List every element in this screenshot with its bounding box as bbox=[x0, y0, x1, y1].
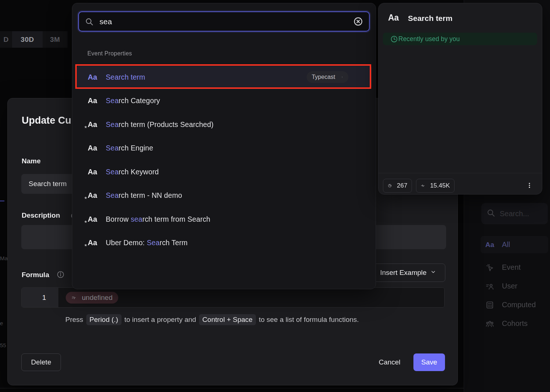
property-list: AaSearch termTypecastAaSearch CategoryAa… bbox=[77, 65, 372, 255]
pie-icon bbox=[388, 182, 394, 189]
clear-icon[interactable] bbox=[353, 17, 363, 26]
property-search-field[interactable] bbox=[78, 11, 370, 32]
clock-icon bbox=[387, 35, 394, 43]
chevron-right-icon bbox=[338, 75, 343, 80]
property-row-label: Borrow search term from Search bbox=[106, 215, 210, 224]
pulse-icon bbox=[421, 182, 427, 189]
search-icon bbox=[486, 208, 495, 219]
time-range-tabs: D30D3M bbox=[0, 31, 68, 48]
axis-label-fragment: e bbox=[0, 320, 3, 326]
custom-property-asterisk: * bbox=[84, 125, 87, 132]
property-row[interactable]: AaSearch Engine bbox=[77, 137, 372, 160]
recently-used-label: Recently used by you bbox=[398, 35, 460, 43]
property-row[interactable]: Aa*Search term (Products Searched) bbox=[77, 113, 372, 137]
formula-label: Formula bbox=[22, 271, 49, 279]
hint-text: to see a list of formula functions. bbox=[259, 316, 359, 324]
custom-text-property-icon: Aa* bbox=[88, 191, 99, 200]
custom-property-asterisk: * bbox=[84, 243, 87, 250]
divider bbox=[379, 173, 542, 173]
axis-label-fragment: 55 bbox=[0, 342, 6, 348]
undefined-token-label: undefined bbox=[82, 294, 112, 302]
property-search-input[interactable] bbox=[99, 17, 353, 26]
property-row[interactable]: Aa*Borrow search term from Search bbox=[77, 207, 372, 231]
property-row[interactable]: AaSearch Keyword bbox=[77, 160, 372, 184]
name-label: Name bbox=[22, 157, 41, 165]
typecast-label: Typecast bbox=[312, 74, 335, 80]
time-range-tab-30d[interactable]: 30D bbox=[12, 31, 43, 48]
formula-line-number: 1 bbox=[42, 294, 46, 302]
sidebar-item-label: Event bbox=[502, 263, 521, 272]
hint-text: to insert a property and bbox=[124, 316, 196, 324]
sidebar-item-label: User bbox=[502, 282, 517, 290]
hint-text: Press bbox=[65, 316, 83, 324]
info-icon[interactable] bbox=[57, 271, 65, 279]
property-detail-title: Search term bbox=[408, 14, 452, 23]
stat-pill[interactable]: 267 bbox=[383, 179, 412, 193]
property-row[interactable]: AaSearch termTypecast bbox=[77, 65, 372, 89]
stat-value: 15.45K bbox=[430, 182, 450, 189]
property-token-icon bbox=[72, 294, 79, 301]
sidebar-item-user[interactable]: User bbox=[481, 277, 548, 295]
property-stats: 26715.45K bbox=[383, 179, 459, 193]
sidebar-item-cohorts[interactable]: Cohorts bbox=[481, 315, 548, 332]
property-row-label: Search term bbox=[106, 73, 145, 81]
user-icon bbox=[485, 282, 495, 291]
sidebar-item-all[interactable]: AaAll bbox=[481, 236, 548, 253]
kebab-menu-icon[interactable] bbox=[525, 179, 534, 192]
app-root: D30D3M Maye55 AaAllEventUserComputedCoho… bbox=[0, 0, 550, 392]
computed-icon bbox=[485, 300, 495, 310]
property-detail-panel: Aa Search term Recently used by you 2671… bbox=[378, 3, 542, 195]
text-property-icon: Aa bbox=[88, 73, 99, 81]
sidebar-search-input[interactable] bbox=[499, 209, 541, 218]
typecast-button[interactable]: Typecast bbox=[307, 71, 348, 83]
delete-button[interactable]: Delete bbox=[21, 353, 61, 371]
property-type-icon: Aa bbox=[388, 13, 399, 23]
formula-hint: Press Period (.) to insert a property an… bbox=[65, 314, 359, 325]
insert-example-label: Insert Example bbox=[380, 269, 427, 277]
sidebar-item-label: Cohorts bbox=[502, 319, 528, 328]
text-property-icon: Aa bbox=[88, 97, 99, 105]
chart-line-fragment bbox=[0, 200, 4, 202]
property-row[interactable]: Aa*Search term - NN demo bbox=[77, 184, 372, 208]
section-header: Event Properties bbox=[87, 50, 132, 57]
save-button[interactable]: Save bbox=[413, 353, 445, 371]
control-space-key-chip: Control + Space bbox=[199, 314, 256, 325]
search-icon bbox=[85, 17, 94, 26]
custom-text-property-icon: Aa* bbox=[88, 215, 99, 224]
custom-text-property-icon: Aa* bbox=[88, 239, 99, 247]
custom-text-property-icon: Aa* bbox=[88, 120, 99, 129]
property-row[interactable]: Aa*Uber Demo: Search Term bbox=[77, 231, 372, 255]
property-row-label: Uber Demo: Search Term bbox=[106, 239, 188, 247]
time-range-tab-d[interactable]: D bbox=[0, 31, 12, 48]
cohorts-icon bbox=[485, 319, 495, 329]
property-row-label: Search term (Products Searched) bbox=[106, 120, 214, 129]
cancel-button[interactable]: Cancel bbox=[373, 353, 406, 371]
property-row-label: Search Engine bbox=[106, 144, 153, 152]
custom-property-asterisk: * bbox=[84, 196, 87, 203]
period-key-chip: Period (.) bbox=[86, 314, 122, 325]
text-property-icon: Aa bbox=[88, 168, 99, 176]
chevron-down-icon bbox=[427, 269, 436, 277]
property-search-dropdown: Event Properties AaSearch termTypecastAa… bbox=[72, 3, 376, 289]
event-icon bbox=[485, 263, 495, 272]
warning-icon bbox=[29, 294, 37, 302]
undefined-token-chip[interactable]: undefined bbox=[66, 292, 118, 304]
time-range-tab-3m[interactable]: 3M bbox=[43, 31, 68, 48]
background-panel-edge bbox=[0, 388, 470, 392]
modal-title: Update Cu bbox=[22, 115, 71, 126]
text-property-icon: Aa bbox=[88, 144, 99, 152]
formula-editor[interactable]: 1 undefined bbox=[21, 287, 445, 308]
property-row-label: Search Keyword bbox=[106, 168, 159, 176]
description-label: Description bbox=[22, 211, 60, 219]
custom-property-asterisk: * bbox=[84, 219, 87, 227]
sidebar-item-computed[interactable]: Computed bbox=[481, 296, 548, 313]
sidebar-item-event[interactable]: Event bbox=[481, 259, 548, 276]
stat-pill[interactable]: 15.45K bbox=[416, 179, 455, 193]
insert-example-button[interactable]: Insert Example bbox=[371, 264, 445, 282]
sidebar-search[interactable] bbox=[481, 203, 548, 224]
sidebar-item-label: All bbox=[502, 240, 510, 249]
formula-input[interactable]: undefined bbox=[58, 288, 444, 307]
property-row[interactable]: AaSearch Category bbox=[77, 89, 372, 113]
property-row-label: Search term - NN demo bbox=[106, 191, 182, 200]
aa-type-icon: Aa bbox=[485, 240, 495, 250]
